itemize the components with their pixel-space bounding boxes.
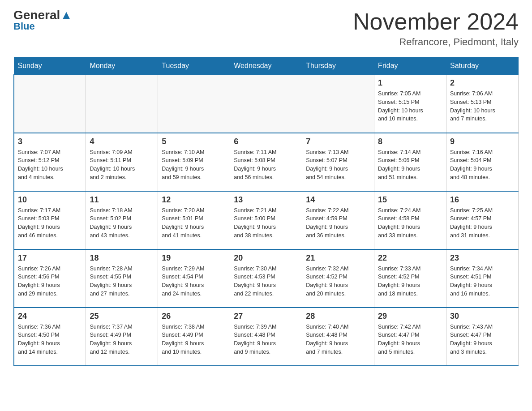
month-year-title: November 2024 xyxy=(353,9,519,34)
day-info: Sunrise: 7:09 AM Sunset: 5:11 PM Dayligh… xyxy=(90,148,154,182)
day-number: 6 xyxy=(234,137,298,146)
calendar-week-5: 24Sunrise: 7:36 AM Sunset: 4:50 PM Dayli… xyxy=(14,308,519,366)
day-info: Sunrise: 7:17 AM Sunset: 5:03 PM Dayligh… xyxy=(18,206,82,240)
day-number: 7 xyxy=(306,137,370,146)
col-tuesday: Tuesday xyxy=(158,57,230,75)
day-number: 11 xyxy=(90,195,154,205)
page-header: General▲ Blue November 2024 Refrancore, … xyxy=(13,9,519,48)
col-saturday: Saturday xyxy=(446,57,519,75)
day-number: 20 xyxy=(234,253,298,263)
logo-general-text: General▲ xyxy=(13,9,73,21)
day-number: 22 xyxy=(378,253,442,263)
day-number: 29 xyxy=(378,312,442,321)
day-info: Sunrise: 7:42 AM Sunset: 4:47 PM Dayligh… xyxy=(378,323,442,356)
calendar-cell: 4Sunrise: 7:09 AM Sunset: 5:11 PM Daylig… xyxy=(86,133,158,191)
day-number: 8 xyxy=(378,137,442,146)
calendar-cell: 3Sunrise: 7:07 AM Sunset: 5:12 PM Daylig… xyxy=(14,133,86,191)
day-info: Sunrise: 7:38 AM Sunset: 4:49 PM Dayligh… xyxy=(162,323,226,356)
col-friday: Friday xyxy=(374,57,446,75)
calendar-cell xyxy=(230,75,302,133)
day-info: Sunrise: 7:13 AM Sunset: 5:07 PM Dayligh… xyxy=(306,148,370,182)
day-info: Sunrise: 7:28 AM Sunset: 4:55 PM Dayligh… xyxy=(90,265,154,298)
calendar-cell: 11Sunrise: 7:18 AM Sunset: 5:02 PM Dayli… xyxy=(86,191,158,249)
calendar-cell: 16Sunrise: 7:25 AM Sunset: 4:57 PM Dayli… xyxy=(446,191,519,249)
calendar-cell xyxy=(86,75,158,133)
calendar-cell: 2Sunrise: 7:06 AM Sunset: 5:13 PM Daylig… xyxy=(446,75,519,133)
location-subtitle: Refrancore, Piedmont, Italy xyxy=(353,36,519,48)
day-number: 4 xyxy=(90,137,154,146)
day-info: Sunrise: 7:16 AM Sunset: 5:04 PM Dayligh… xyxy=(450,148,515,182)
title-block: November 2024 Refrancore, Piedmont, Ital… xyxy=(353,9,519,48)
day-number: 19 xyxy=(162,253,226,263)
day-info: Sunrise: 7:40 AM Sunset: 4:48 PM Dayligh… xyxy=(306,323,370,356)
col-thursday: Thursday xyxy=(302,57,374,75)
calendar-week-1: 1Sunrise: 7:05 AM Sunset: 5:15 PM Daylig… xyxy=(14,75,519,133)
calendar-cell: 19Sunrise: 7:29 AM Sunset: 4:54 PM Dayli… xyxy=(158,249,230,308)
calendar-cell: 21Sunrise: 7:32 AM Sunset: 4:52 PM Dayli… xyxy=(302,249,374,308)
calendar-table: Sunday Monday Tuesday Wednesday Thursday… xyxy=(13,57,519,366)
day-info: Sunrise: 7:24 AM Sunset: 4:58 PM Dayligh… xyxy=(378,206,442,240)
calendar-week-3: 10Sunrise: 7:17 AM Sunset: 5:03 PM Dayli… xyxy=(14,191,519,249)
calendar-cell: 9Sunrise: 7:16 AM Sunset: 5:04 PM Daylig… xyxy=(446,133,519,191)
calendar-cell: 22Sunrise: 7:33 AM Sunset: 4:52 PM Dayli… xyxy=(374,249,446,308)
day-number: 15 xyxy=(378,195,442,205)
calendar-cell: 18Sunrise: 7:28 AM Sunset: 4:55 PM Dayli… xyxy=(86,249,158,308)
day-info: Sunrise: 7:21 AM Sunset: 5:00 PM Dayligh… xyxy=(234,206,298,240)
day-info: Sunrise: 7:07 AM Sunset: 5:12 PM Dayligh… xyxy=(18,148,82,182)
col-wednesday: Wednesday xyxy=(230,57,302,75)
day-info: Sunrise: 7:26 AM Sunset: 4:56 PM Dayligh… xyxy=(18,265,82,298)
calendar-cell: 5Sunrise: 7:10 AM Sunset: 5:09 PM Daylig… xyxy=(158,133,230,191)
day-number: 10 xyxy=(18,195,82,205)
day-number: 17 xyxy=(18,253,82,263)
calendar-cell: 6Sunrise: 7:11 AM Sunset: 5:08 PM Daylig… xyxy=(230,133,302,191)
day-number: 9 xyxy=(450,137,515,146)
calendar-body: 1Sunrise: 7:05 AM Sunset: 5:15 PM Daylig… xyxy=(14,75,519,366)
day-number: 23 xyxy=(450,253,515,263)
calendar-cell: 20Sunrise: 7:30 AM Sunset: 4:53 PM Dayli… xyxy=(230,249,302,308)
day-number: 24 xyxy=(18,312,82,321)
calendar-cell: 24Sunrise: 7:36 AM Sunset: 4:50 PM Dayli… xyxy=(14,308,86,366)
calendar-cell xyxy=(302,75,374,133)
calendar-cell xyxy=(14,75,86,133)
calendar-cell: 7Sunrise: 7:13 AM Sunset: 5:07 PM Daylig… xyxy=(302,133,374,191)
calendar-cell: 12Sunrise: 7:20 AM Sunset: 5:01 PM Dayli… xyxy=(158,191,230,249)
calendar-cell: 8Sunrise: 7:14 AM Sunset: 5:06 PM Daylig… xyxy=(374,133,446,191)
calendar-header: Sunday Monday Tuesday Wednesday Thursday… xyxy=(14,57,519,75)
logo-blue-text: Blue xyxy=(13,21,35,32)
day-number: 18 xyxy=(90,253,154,263)
calendar-cell: 25Sunrise: 7:37 AM Sunset: 4:49 PM Dayli… xyxy=(86,308,158,366)
day-number: 26 xyxy=(162,312,226,321)
day-info: Sunrise: 7:43 AM Sunset: 4:47 PM Dayligh… xyxy=(450,323,515,356)
calendar-cell: 26Sunrise: 7:38 AM Sunset: 4:49 PM Dayli… xyxy=(158,308,230,366)
calendar-cell: 28Sunrise: 7:40 AM Sunset: 4:48 PM Dayli… xyxy=(302,308,374,366)
day-info: Sunrise: 7:30 AM Sunset: 4:53 PM Dayligh… xyxy=(234,265,298,298)
day-number: 14 xyxy=(306,195,370,205)
calendar-cell: 23Sunrise: 7:34 AM Sunset: 4:51 PM Dayli… xyxy=(446,249,519,308)
day-number: 27 xyxy=(234,312,298,321)
calendar-cell: 30Sunrise: 7:43 AM Sunset: 4:47 PM Dayli… xyxy=(446,308,519,366)
day-number: 12 xyxy=(162,195,226,205)
calendar-cell: 15Sunrise: 7:24 AM Sunset: 4:58 PM Dayli… xyxy=(374,191,446,249)
day-number: 28 xyxy=(306,312,370,321)
calendar-week-2: 3Sunrise: 7:07 AM Sunset: 5:12 PM Daylig… xyxy=(14,133,519,191)
day-info: Sunrise: 7:06 AM Sunset: 5:13 PM Dayligh… xyxy=(450,90,515,123)
calendar-cell: 13Sunrise: 7:21 AM Sunset: 5:00 PM Dayli… xyxy=(230,191,302,249)
calendar-cell: 10Sunrise: 7:17 AM Sunset: 5:03 PM Dayli… xyxy=(14,191,86,249)
col-monday: Monday xyxy=(86,57,158,75)
day-info: Sunrise: 7:34 AM Sunset: 4:51 PM Dayligh… xyxy=(450,265,515,298)
day-number: 1 xyxy=(378,78,442,88)
day-info: Sunrise: 7:37 AM Sunset: 4:49 PM Dayligh… xyxy=(90,323,154,356)
calendar-cell: 29Sunrise: 7:42 AM Sunset: 4:47 PM Dayli… xyxy=(374,308,446,366)
day-number: 3 xyxy=(18,137,82,146)
calendar-week-4: 17Sunrise: 7:26 AM Sunset: 4:56 PM Dayli… xyxy=(14,249,519,308)
logo: General▲ Blue xyxy=(13,9,73,32)
calendar-cell xyxy=(158,75,230,133)
day-info: Sunrise: 7:32 AM Sunset: 4:52 PM Dayligh… xyxy=(306,265,370,298)
calendar-cell: 27Sunrise: 7:39 AM Sunset: 4:48 PM Dayli… xyxy=(230,308,302,366)
calendar-cell: 1Sunrise: 7:05 AM Sunset: 5:15 PM Daylig… xyxy=(374,75,446,133)
day-info: Sunrise: 7:20 AM Sunset: 5:01 PM Dayligh… xyxy=(162,206,226,240)
calendar-cell: 14Sunrise: 7:22 AM Sunset: 4:59 PM Dayli… xyxy=(302,191,374,249)
day-info: Sunrise: 7:10 AM Sunset: 5:09 PM Dayligh… xyxy=(162,148,226,182)
day-number: 30 xyxy=(450,312,515,321)
day-info: Sunrise: 7:25 AM Sunset: 4:57 PM Dayligh… xyxy=(450,206,515,240)
